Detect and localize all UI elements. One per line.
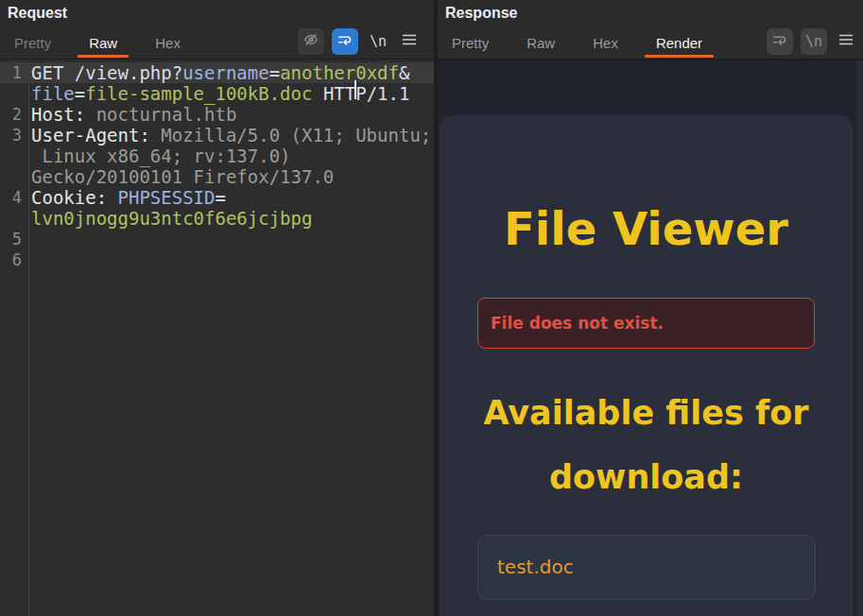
token: = [215, 187, 225, 208]
newline-toggle[interactable]: \n [801, 28, 827, 55]
token: username [182, 62, 269, 83]
response-toolbar: \n [767, 28, 857, 55]
request-menu-button[interactable] [398, 28, 421, 55]
line-number: 4 [0, 187, 22, 208]
editor-row[interactable]: Gecko/20100101 Firefox/137.0 [0, 166, 434, 187]
menu-icon [837, 30, 855, 53]
response-panel: Response Pretty Raw Hex Render \n [438, 0, 863, 616]
render-file-list: test.doc [477, 535, 816, 600]
token: User-Agent: [31, 125, 150, 145]
token: lvn0jnogg9u3ntc0f6e6jcjbpg [31, 208, 312, 229]
request-toolbar: \n [298, 28, 421, 55]
line-text: Host: nocturnal.htb [22, 104, 236, 125]
editor-row[interactable]: 1GET /view.php?username=another0xdf& [0, 62, 434, 83]
token: 0xdf [355, 62, 399, 83]
line-text: Linux x86_64; rv:137.0) [22, 145, 291, 166]
token: Mozilla/5.0 (X11; Ubuntu; [150, 125, 431, 145]
request-editor[interactable]: 1GET /view.php?username=another0xdf&file… [0, 59, 434, 616]
line-number [0, 166, 22, 187]
newline-icon: \n [805, 33, 822, 50]
token: = [75, 83, 85, 104]
render-scrollbar[interactable] [856, 60, 863, 616]
visibility-off-icon [302, 31, 319, 52]
word-wrap-icon [771, 31, 788, 52]
editor-row[interactable]: 4Cookie: PHPSESSID= [0, 187, 434, 208]
token: Host: [31, 104, 85, 125]
request-tab-pretty[interactable]: Pretty [3, 35, 62, 51]
line-number: 2 [0, 104, 22, 125]
word-wrap-button[interactable] [767, 28, 793, 55]
line-number: 1 [0, 62, 22, 83]
token: HTTP/1.1 [312, 83, 409, 104]
response-topbar: Response Pretty Raw Hex Render \n [438, 0, 863, 59]
line-text: GET /view.php?username=another0xdf& [22, 62, 409, 83]
editor-row[interactable]: Linux x86_64; rv:137.0) [0, 145, 434, 166]
request-panel-title: Request [8, 5, 67, 22]
request-tab-raw[interactable]: Raw [78, 35, 129, 51]
token [107, 187, 117, 208]
editor-row[interactable]: lvn0jnogg9u3ntc0f6e6jcjbpg [0, 208, 434, 229]
line-text: User-Agent: Mozilla/5.0 (X11; Ubuntu; [22, 125, 431, 145]
response-tab-raw[interactable]: Raw [515, 35, 566, 51]
request-editor-rows: 1GET /view.php?username=another0xdf&file… [0, 62, 434, 270]
token: file [31, 83, 75, 104]
line-number [0, 145, 22, 166]
menu-icon [400, 30, 419, 53]
line-number [0, 83, 22, 104]
line-text: file=file-sample_100kB.doc HTTP/1.1 [22, 83, 409, 104]
response-menu-button[interactable] [835, 28, 857, 55]
response-tab-render[interactable]: Render [645, 35, 714, 51]
editor-row[interactable]: 2Host: nocturnal.htb [0, 104, 434, 125]
render-error-text: File does not exist. [491, 314, 664, 333]
line-text: lvn0jnogg9u3ntc0f6e6jcjbpg [22, 208, 312, 229]
token: PHPSESSID [118, 187, 216, 208]
request-panel: Request Pretty Raw Hex [0, 0, 434, 616]
line-number: 6 [0, 249, 22, 270]
token: nocturnal.htb [85, 104, 236, 125]
token: = [269, 62, 280, 83]
newline-toggle[interactable]: \n [366, 33, 390, 50]
response-tabs: Pretty Raw Hex Render [440, 33, 714, 52]
token: Cookie: [31, 187, 107, 208]
line-text: Cookie: PHPSESSID= [22, 187, 226, 208]
visibility-off-button[interactable] [298, 28, 324, 55]
request-tabs: Pretty Raw Hex [3, 33, 192, 52]
token: Linux x86_64; rv:137.0) [31, 145, 291, 166]
response-tab-pretty[interactable]: Pretty [440, 35, 500, 51]
token: Gecko/20100101 Firefox/137.0 [31, 166, 334, 187]
render-file-link[interactable]: test.doc [497, 556, 574, 578]
line-number: 3 [0, 125, 22, 145]
render-page-title: File Viewer [440, 204, 853, 253]
editor-row[interactable]: 6 [0, 249, 434, 270]
request-tab-hex[interactable]: Hex [144, 35, 192, 51]
line-text: Gecko/20100101 Firefox/137.0 [22, 166, 334, 187]
token: & [399, 62, 409, 83]
response-render-viewport: File Viewer File does not exist. Availab… [438, 59, 863, 616]
response-panel-title: Response [445, 5, 517, 22]
line-text [22, 229, 31, 249]
word-wrap-button[interactable] [332, 28, 358, 55]
word-wrap-icon [337, 31, 354, 52]
editor-row[interactable]: file=file-sample_100kB.doc HTTP/1.1 [0, 83, 434, 104]
request-topbar: Request Pretty Raw Hex [0, 0, 434, 59]
render-error-alert: File does not exist. [477, 298, 815, 349]
editor-row[interactable]: 5 [0, 229, 434, 249]
token: GET /view.php? [31, 62, 182, 83]
line-number: 5 [0, 229, 22, 249]
line-text [22, 249, 31, 270]
editor-row[interactable]: 3User-Agent: Mozilla/5.0 (X11; Ubuntu; [0, 125, 434, 145]
token: another [280, 62, 355, 83]
rendered-page: File Viewer File does not exist. Availab… [440, 115, 853, 616]
render-files-heading: Available files for download: [462, 381, 831, 509]
token: file-sample_100kB.doc [85, 83, 312, 104]
line-number [0, 208, 22, 229]
response-tab-hex[interactable]: Hex [581, 35, 630, 51]
